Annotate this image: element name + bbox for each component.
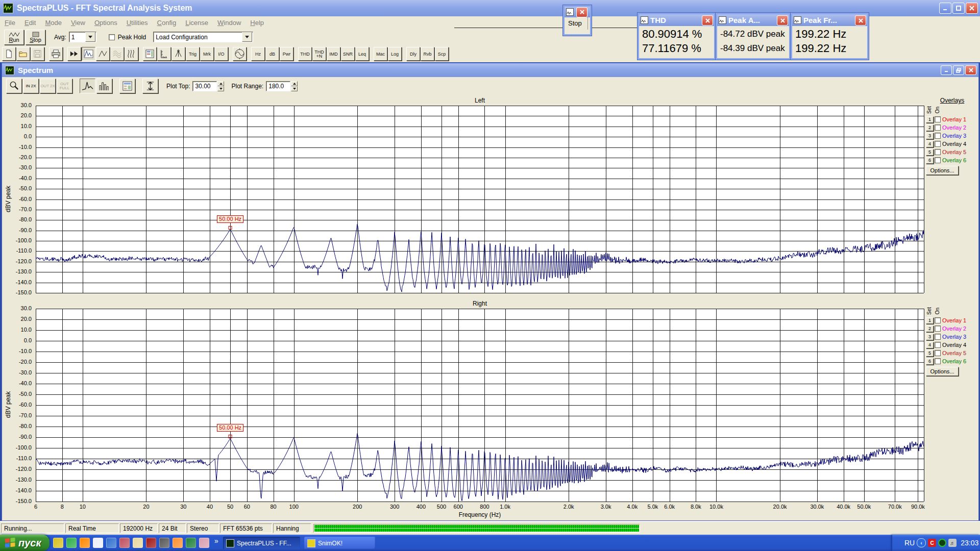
quick-launch-icon[interactable]: [186, 538, 196, 548]
time-series-view-button[interactable]: [96, 47, 110, 61]
scope-button[interactable]: Scp: [435, 47, 449, 61]
overlay-on-checkbox-6[interactable]: [935, 157, 941, 163]
antivirus-tray-icon[interactable]: C: [928, 539, 936, 547]
display-options-button[interactable]: [119, 79, 135, 93]
chevron-down-icon[interactable]: [85, 32, 95, 42]
thd-button[interactable]: THD: [298, 47, 312, 61]
spinner-up-icon[interactable]: [291, 81, 298, 86]
overlay-on-checkbox-5[interactable]: [935, 149, 941, 155]
sonogram-view-button[interactable]: [125, 47, 138, 61]
restore-icon[interactable]: [953, 65, 964, 75]
language-indicator[interactable]: RU: [904, 539, 915, 547]
spectrum-plot-right-canvas[interactable]: [36, 309, 924, 502]
reverb-button[interactable]: Rvb: [421, 47, 434, 61]
quick-launch-icon[interactable]: [106, 538, 116, 548]
minimize-icon[interactable]: [939, 3, 951, 14]
logging-button[interactable]: Log: [388, 47, 402, 61]
overlay-on-checkbox-3[interactable]: [935, 334, 941, 340]
overlay-on-checkbox-3[interactable]: [935, 133, 941, 139]
delay-button[interactable]: Dly: [406, 47, 420, 61]
thd-n-button[interactable]: THD +N: [312, 47, 326, 61]
leq-button[interactable]: Leq: [355, 47, 369, 61]
task-button-1[interactable]: SpectraPLUS - FF...: [223, 537, 300, 549]
overlay-set-button-2[interactable]: 2: [926, 124, 934, 131]
marker-point-icon[interactable]: [229, 226, 232, 230]
overlay-on-checkbox-6[interactable]: [935, 358, 941, 364]
quick-launch-icon[interactable]: [173, 538, 183, 548]
marker-point-icon[interactable]: [229, 435, 232, 438]
overlay-set-button-4[interactable]: 4: [926, 342, 934, 348]
overlay-set-button-1[interactable]: 1: [926, 317, 934, 324]
chevron-down-icon[interactable]: [242, 32, 252, 42]
menu-help[interactable]: Help: [246, 18, 268, 28]
monitor-tray-icon[interactable]: [938, 539, 946, 547]
menu-file[interactable]: File: [0, 18, 20, 28]
overlay-set-button-6[interactable]: 6: [926, 358, 934, 365]
overlay-set-button-6[interactable]: 6: [926, 157, 934, 164]
imd-button[interactable]: IMD: [327, 47, 340, 61]
close-icon[interactable]: [965, 65, 976, 75]
avg-combo[interactable]: 1: [69, 32, 96, 42]
configuration-combo[interactable]: Load Configuration: [153, 32, 253, 42]
overlay-set-button-1[interactable]: 1: [926, 116, 934, 123]
snr-button[interactable]: SNR: [341, 47, 355, 61]
signal-generator-button[interactable]: [233, 47, 247, 61]
hz-units-button[interactable]: Hz: [251, 47, 265, 61]
overlay-on-checkbox-1[interactable]: [935, 317, 941, 323]
hide-icons-chevron-icon[interactable]: ‹: [917, 538, 926, 547]
print-button[interactable]: [49, 47, 63, 61]
marker-button[interactable]: Mrk: [200, 47, 214, 61]
scale-button[interactable]: [157, 47, 171, 61]
spinner-up-icon[interactable]: [217, 81, 224, 86]
taskbar-clock[interactable]: 23:03: [961, 539, 978, 547]
spinner-down-icon[interactable]: [291, 86, 298, 91]
menu-options[interactable]: Options: [90, 18, 122, 28]
menu-utilities[interactable]: Utilities: [122, 18, 153, 28]
overlay-options-button[interactable]: Options...: [926, 367, 959, 376]
menu-license[interactable]: License: [181, 18, 213, 28]
overlay-set-button-5[interactable]: 5: [926, 350, 934, 357]
close-icon[interactable]: [966, 3, 978, 14]
close-icon[interactable]: [777, 15, 788, 26]
macro-button[interactable]: Mac: [374, 47, 387, 61]
overlay-set-button-4[interactable]: 4: [926, 141, 934, 147]
quick-launch-icon[interactable]: [80, 538, 90, 548]
quick-launch-icon[interactable]: [53, 538, 63, 548]
task-button-2[interactable]: SnimOK!: [304, 537, 376, 549]
volume-tray-icon[interactable]: ♬: [948, 539, 957, 547]
run-button[interactable]: Run: [4, 30, 24, 45]
close-icon[interactable]: [855, 15, 866, 26]
plot-range-input[interactable]: 180.0: [266, 81, 290, 91]
zoom-tool-button[interactable]: [6, 79, 22, 93]
plot-top-spinner[interactable]: [217, 81, 224, 91]
zoom-in-2x-button[interactable]: IN 2X: [23, 79, 39, 93]
quick-launch-icon[interactable]: [66, 538, 77, 548]
calibration-button[interactable]: [172, 47, 185, 61]
menu-window[interactable]: Window: [213, 18, 246, 28]
overlay-options-button[interactable]: Options...: [926, 166, 959, 175]
quick-launch-icon[interactable]: [93, 538, 103, 548]
menu-config[interactable]: Config: [153, 18, 181, 28]
menu-mode[interactable]: Mode: [40, 18, 66, 28]
plot-range-spinner[interactable]: [291, 81, 298, 91]
quick-launch-icon[interactable]: [199, 538, 209, 548]
quick-launch-icon[interactable]: [146, 538, 156, 548]
close-icon[interactable]: [702, 15, 713, 26]
bar-plot-mode-button[interactable]: [96, 79, 112, 93]
overlay-set-button-2[interactable]: 2: [926, 325, 934, 332]
line-plot-mode-button[interactable]: [80, 79, 95, 93]
maximize-icon[interactable]: [952, 3, 965, 14]
overlay-on-checkbox-4[interactable]: [935, 141, 941, 147]
overlay-set-button-3[interactable]: 3: [926, 133, 934, 139]
spectrum-plot-left-canvas[interactable]: [36, 106, 924, 293]
vertical-scale-button[interactable]: [142, 79, 158, 93]
open-file-button[interactable]: [16, 47, 30, 61]
io-button[interactable]: I/O: [214, 47, 228, 61]
marker-label-50hz[interactable]: 50.00 Hz: [217, 424, 243, 432]
overlay-on-checkbox-1[interactable]: [935, 116, 941, 122]
close-icon[interactable]: [576, 7, 587, 17]
overlay-on-checkbox-5[interactable]: [935, 350, 941, 356]
overlay-on-checkbox-2[interactable]: [935, 124, 941, 131]
quick-launch-icon[interactable]: [133, 538, 143, 548]
overlay-on-checkbox-4[interactable]: [935, 342, 941, 348]
